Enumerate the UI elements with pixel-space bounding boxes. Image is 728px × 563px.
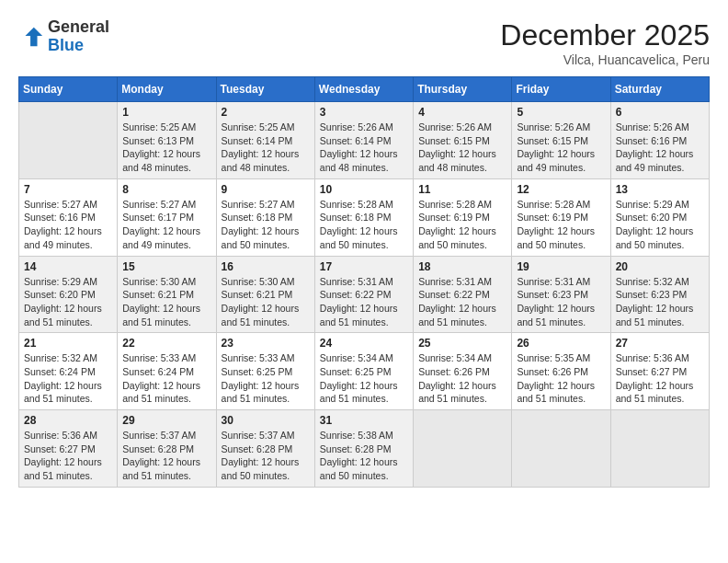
calendar-day-cell: 23Sunrise: 5:33 AMSunset: 6:25 PMDayligh… <box>216 333 314 410</box>
day-number: 1 <box>122 106 210 119</box>
weekday-header: Monday <box>118 77 216 102</box>
weekday-header: Thursday <box>414 77 512 102</box>
calendar-day-cell: 16Sunrise: 5:30 AMSunset: 6:21 PMDayligh… <box>216 256 314 333</box>
day-info: Sunrise: 5:36 AMSunset: 6:27 PMDaylight:… <box>24 429 112 483</box>
logo-icon <box>18 24 44 50</box>
logo-general-text: General <box>48 17 109 36</box>
calendar-day-cell: 14Sunrise: 5:29 AMSunset: 6:20 PMDayligh… <box>19 256 118 333</box>
calendar-day-cell: 28Sunrise: 5:36 AMSunset: 6:27 PMDayligh… <box>19 410 118 488</box>
day-info: Sunrise: 5:28 AMSunset: 6:19 PMDaylight:… <box>418 198 506 252</box>
calendar-day-cell: 11Sunrise: 5:28 AMSunset: 6:19 PMDayligh… <box>414 178 512 256</box>
day-number: 20 <box>616 260 704 273</box>
day-number: 2 <box>222 106 310 119</box>
day-info: Sunrise: 5:29 AMSunset: 6:20 PMDaylight:… <box>616 198 704 252</box>
day-number: 11 <box>418 183 506 196</box>
day-number: 19 <box>517 260 605 273</box>
weekday-header: Wednesday <box>314 77 413 102</box>
weekday-header: Sunday <box>19 77 118 102</box>
day-info: Sunrise: 5:33 AMSunset: 6:25 PMDaylight:… <box>222 351 310 406</box>
day-info: Sunrise: 5:26 AMSunset: 6:16 PMDaylight:… <box>616 121 704 175</box>
calendar-week-row: 21Sunrise: 5:32 AMSunset: 6:24 PMDayligh… <box>19 333 710 410</box>
day-info: Sunrise: 5:32 AMSunset: 6:23 PMDaylight:… <box>616 275 704 329</box>
day-number: 25 <box>418 337 506 350</box>
day-number: 14 <box>24 260 112 273</box>
day-info: Sunrise: 5:27 AMSunset: 6:16 PMDaylight:… <box>24 198 112 252</box>
calendar-week-row: 14Sunrise: 5:29 AMSunset: 6:20 PMDayligh… <box>19 256 710 333</box>
day-number: 4 <box>418 106 506 119</box>
day-info: Sunrise: 5:37 AMSunset: 6:28 PMDaylight:… <box>122 429 210 483</box>
calendar-day-cell: 19Sunrise: 5:31 AMSunset: 6:23 PMDayligh… <box>512 256 610 333</box>
day-number: 13 <box>616 183 704 196</box>
day-number: 28 <box>24 414 112 427</box>
calendar-week-row: 7Sunrise: 5:27 AMSunset: 6:16 PMDaylight… <box>19 178 710 256</box>
day-number: 17 <box>320 260 408 273</box>
calendar-day-cell: 21Sunrise: 5:32 AMSunset: 6:24 PMDayligh… <box>19 333 118 410</box>
calendar-day-cell: 4Sunrise: 5:26 AMSunset: 6:15 PMDaylight… <box>414 102 512 179</box>
month-title: December 2025 <box>500 18 710 52</box>
day-info: Sunrise: 5:36 AMSunset: 6:27 PMDaylight:… <box>616 351 704 406</box>
calendar-day-cell: 18Sunrise: 5:31 AMSunset: 6:22 PMDayligh… <box>414 256 512 333</box>
calendar-day-cell <box>512 410 610 488</box>
calendar-day-cell: 8Sunrise: 5:27 AMSunset: 6:17 PMDaylight… <box>118 178 216 256</box>
day-info: Sunrise: 5:32 AMSunset: 6:24 PMDaylight:… <box>24 351 112 406</box>
day-info: Sunrise: 5:33 AMSunset: 6:24 PMDaylight:… <box>122 351 210 406</box>
day-info: Sunrise: 5:35 AMSunset: 6:26 PMDaylight:… <box>517 351 605 406</box>
calendar-day-cell <box>19 102 118 179</box>
day-number: 8 <box>122 183 210 196</box>
day-info: Sunrise: 5:30 AMSunset: 6:21 PMDaylight:… <box>222 275 310 329</box>
calendar-day-cell: 15Sunrise: 5:30 AMSunset: 6:21 PMDayligh… <box>118 256 216 333</box>
svg-marker-0 <box>25 28 42 47</box>
title-block: December 2025 Vilca, Huancavelica, Peru <box>500 18 710 67</box>
day-number: 23 <box>222 337 310 350</box>
day-number: 7 <box>24 183 112 196</box>
calendar-table: SundayMondayTuesdayWednesdayThursdayFrid… <box>18 76 710 488</box>
calendar-day-cell: 5Sunrise: 5:26 AMSunset: 6:15 PMDaylight… <box>512 102 610 179</box>
day-info: Sunrise: 5:30 AMSunset: 6:21 PMDaylight:… <box>122 275 210 329</box>
calendar-day-cell: 9Sunrise: 5:27 AMSunset: 6:18 PMDaylight… <box>216 178 314 256</box>
location-subtitle: Vilca, Huancavelica, Peru <box>500 52 710 67</box>
day-info: Sunrise: 5:26 AMSunset: 6:14 PMDaylight:… <box>320 121 408 175</box>
weekday-header: Friday <box>512 77 610 102</box>
calendar-day-cell: 10Sunrise: 5:28 AMSunset: 6:18 PMDayligh… <box>314 178 413 256</box>
day-number: 22 <box>122 337 210 350</box>
calendar-day-cell: 3Sunrise: 5:26 AMSunset: 6:14 PMDaylight… <box>314 102 413 179</box>
day-info: Sunrise: 5:27 AMSunset: 6:17 PMDaylight:… <box>122 198 210 252</box>
day-info: Sunrise: 5:26 AMSunset: 6:15 PMDaylight:… <box>517 121 605 175</box>
day-number: 5 <box>517 106 605 119</box>
day-info: Sunrise: 5:25 AMSunset: 6:13 PMDaylight:… <box>122 121 210 175</box>
day-number: 6 <box>616 106 704 119</box>
weekday-header: Saturday <box>610 77 709 102</box>
day-number: 24 <box>320 337 408 350</box>
calendar-day-cell: 26Sunrise: 5:35 AMSunset: 6:26 PMDayligh… <box>512 333 610 410</box>
day-info: Sunrise: 5:28 AMSunset: 6:18 PMDaylight:… <box>320 198 408 252</box>
day-number: 29 <box>122 414 210 427</box>
day-number: 16 <box>222 260 310 273</box>
day-number: 3 <box>320 106 408 119</box>
day-info: Sunrise: 5:25 AMSunset: 6:14 PMDaylight:… <box>222 121 310 175</box>
day-number: 10 <box>320 183 408 196</box>
weekday-header: Tuesday <box>216 77 314 102</box>
calendar-week-row: 1Sunrise: 5:25 AMSunset: 6:13 PMDaylight… <box>19 102 710 179</box>
calendar-day-cell: 2Sunrise: 5:25 AMSunset: 6:14 PMDaylight… <box>216 102 314 179</box>
day-info: Sunrise: 5:34 AMSunset: 6:25 PMDaylight:… <box>320 351 408 406</box>
calendar-day-cell: 12Sunrise: 5:28 AMSunset: 6:19 PMDayligh… <box>512 178 610 256</box>
day-info: Sunrise: 5:37 AMSunset: 6:28 PMDaylight:… <box>222 429 310 483</box>
day-number: 12 <box>517 183 605 196</box>
calendar-week-row: 28Sunrise: 5:36 AMSunset: 6:27 PMDayligh… <box>19 410 710 488</box>
day-number: 15 <box>122 260 210 273</box>
day-number: 26 <box>517 337 605 350</box>
calendar-day-cell: 24Sunrise: 5:34 AMSunset: 6:25 PMDayligh… <box>314 333 413 410</box>
calendar-day-cell <box>610 410 709 488</box>
day-number: 27 <box>616 337 704 350</box>
day-info: Sunrise: 5:28 AMSunset: 6:19 PMDaylight:… <box>517 198 605 252</box>
day-number: 21 <box>24 337 112 350</box>
calendar-day-cell: 13Sunrise: 5:29 AMSunset: 6:20 PMDayligh… <box>610 178 709 256</box>
day-info: Sunrise: 5:31 AMSunset: 6:22 PMDaylight:… <box>418 275 506 329</box>
calendar-day-cell: 7Sunrise: 5:27 AMSunset: 6:16 PMDaylight… <box>19 178 118 256</box>
calendar-day-cell: 30Sunrise: 5:37 AMSunset: 6:28 PMDayligh… <box>216 410 314 488</box>
day-info: Sunrise: 5:31 AMSunset: 6:23 PMDaylight:… <box>517 275 605 329</box>
day-info: Sunrise: 5:38 AMSunset: 6:28 PMDaylight:… <box>320 429 408 483</box>
calendar-day-cell: 1Sunrise: 5:25 AMSunset: 6:13 PMDaylight… <box>118 102 216 179</box>
calendar-day-cell: 17Sunrise: 5:31 AMSunset: 6:22 PMDayligh… <box>314 256 413 333</box>
calendar-day-cell: 6Sunrise: 5:26 AMSunset: 6:16 PMDaylight… <box>610 102 709 179</box>
